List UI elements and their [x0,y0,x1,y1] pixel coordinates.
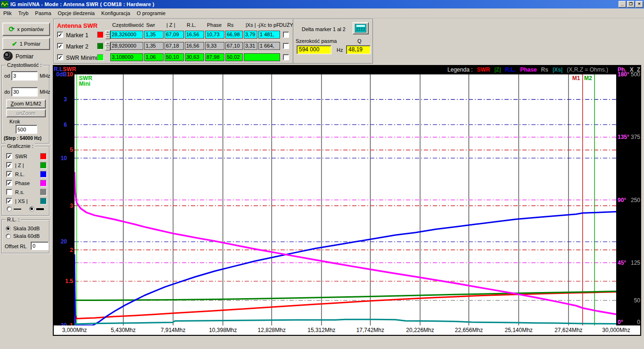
multi-measure-button[interactable]: ⟳ x pomiarów [2,23,50,36]
trace-checkbox[interactable]: ✓ [6,180,12,186]
marker-row-checkbox[interactable]: ✓ [57,43,63,49]
trace-label: Phase [15,180,40,186]
plot-area[interactable]: M1M2SWRMini [74,74,616,325]
swr-min-label-line2: Mini [79,81,92,87]
rl-scale-group: R.L. : Skala 30dB Skala 60dB Offset RL [1,219,50,253]
menu-item-konfiguracja[interactable]: Konfiguracja [98,9,133,17]
z-axis-tick: 125 [629,260,640,266]
marker-row-label: Marker 2 [66,43,88,50]
legend-item-phase: Phase [520,66,537,73]
line-thick-radio[interactable] [29,206,34,211]
column-header-6: |Xs | -j [246,22,260,28]
column-header-5: Rs [227,22,233,28]
graph-trace-row: ✓| Z | [6,162,47,169]
swr-axis-tick: 2 [65,247,73,253]
marker-value-cell: 28,326000 [110,31,143,39]
zoom-m1m2-button[interactable]: Zoom M1/M2 [6,99,46,108]
column-header-8: DUŻY [279,22,293,28]
scale-30db-radio[interactable] [6,226,11,231]
x-axis-tick: 17,742Mhz [354,327,387,333]
column-header-0: Częstotliwość [112,22,144,28]
trace-color-swatch [40,180,47,187]
x-axis-tick: 7,914Mhz [157,327,190,333]
rl-axis-tick: 10 [54,155,67,162]
measure-led [3,51,13,61]
restore-button[interactable]: ❐ [627,1,635,8]
marker-row-checkbox[interactable]: ✓ [57,32,63,38]
legend-item-rl: R.L. [505,66,516,73]
marker-color-swatch [97,54,104,61]
rl-axis-tick: 3 [54,96,67,103]
menu-bar: PlikTrybPasmaOpcje śledzeniaKonfiguracja… [0,8,644,18]
trace-color-swatch [40,189,47,195]
marker-value-cell: 87,98 [205,53,224,61]
series-z [74,292,616,300]
step-input[interactable] [16,125,37,134]
trace-checkbox[interactable]: ✓ [6,153,12,159]
x-axis-tick: 22,656Mhz [452,327,485,333]
phase-axis-tick: 0° [618,319,623,325]
x-axis-tick: 20,226Mhz [404,327,437,333]
unzoom-button[interactable]: unZoom [6,109,46,117]
marker-value-cell: 1,35 [144,42,164,50]
marker-big-checkbox[interactable] [283,54,289,60]
menu-item-o-programie[interactable]: O programie [133,9,169,17]
menu-item-plik[interactable]: Plik [0,9,15,17]
marker-value-cell: 16,56 [185,31,204,39]
marker-value-cell: 3,31 [244,42,257,50]
menu-item-tryb[interactable]: Tryb [15,9,32,17]
q-value: 48,19 [346,45,371,54]
marker-spin-down-button[interactable]: − [105,46,110,50]
marker-panel: Antenna SWR CzęstotliwośćSwr| Z |R.L.Pha… [53,19,373,64]
calculator-button[interactable] [353,22,369,34]
from-label: od [4,73,10,79]
marker-big-checkbox[interactable] [283,32,289,38]
phase-axis-tick: 135° [618,134,629,140]
to-unit: MHz [40,89,50,95]
marker-row-checkbox[interactable]: ✓ [57,54,63,60]
trace-checkbox[interactable] [6,189,12,195]
window-title: IG miniVNA - Mode : Antenna SWR ( COM18 … [10,1,154,7]
marker-value-cell: 3,79 [244,31,257,39]
marker-row-label: Marker 1 [66,32,88,39]
trace-checkbox[interactable]: ✓ [6,198,12,204]
marker-big-checkbox[interactable] [283,43,289,49]
trace-checkbox[interactable]: ✓ [6,171,12,177]
minimize-button[interactable]: _ [619,1,626,8]
thick-line-icon [36,208,44,210]
freq-to-input[interactable] [11,87,38,97]
title-bar: IG miniVNA - Mode : Antenna SWR ( COM18 … [0,0,644,8]
legend-item-xs: |Xs| [553,66,562,73]
measure-led-label: Pomiar [16,53,33,60]
single-measure-button[interactable]: ✔ 1 Pomiar [2,38,50,50]
marker-spin-down-button[interactable]: − [105,35,110,39]
freq-from-input[interactable] [11,71,38,81]
step-label: Krok [9,119,20,124]
menu-item-pasma[interactable]: Pasma [32,9,54,17]
graph-traces-title: Graficznie : [6,143,35,149]
close-button[interactable]: × [636,1,643,8]
from-unit: MHz [40,73,50,79]
x-axis-tick: 10,398Mhz [206,327,239,333]
refresh-icon: ⟳ [9,26,15,32]
trace-checkbox[interactable]: ✓ [6,162,12,168]
column-header-3: R.L. [187,22,196,28]
graph-trace-row: ✓SWR [6,153,47,160]
line-thin-radio[interactable] [7,206,12,211]
menu-item-opcje-ledzenia[interactable]: Opcje śledzenia [55,9,98,17]
legend-item-z: |Z| [494,66,501,73]
offset-rl-label: Offset RL [5,243,26,249]
z-axis-tick: 375 [629,134,640,140]
check-icon: ✔ [12,40,17,48]
scale-60db-radio[interactable] [6,234,11,239]
series-swr [74,292,616,319]
marker-label-m2: M2 [584,75,592,81]
legend-title: Legenda : [447,66,472,73]
x-axis-tick: 12,828Mhz [255,327,288,333]
marker-value-cell: 28,920000 [110,42,143,50]
trace-color-swatch [40,198,47,204]
legend-item-swr: SWR [477,66,490,73]
sidebar: ⟳ x pomiarów ✔ 1 Pomiar Pomiar Częstotli… [0,18,52,336]
offset-rl-input[interactable] [31,242,49,250]
marker-value-cell: 3,108000 [110,53,143,61]
